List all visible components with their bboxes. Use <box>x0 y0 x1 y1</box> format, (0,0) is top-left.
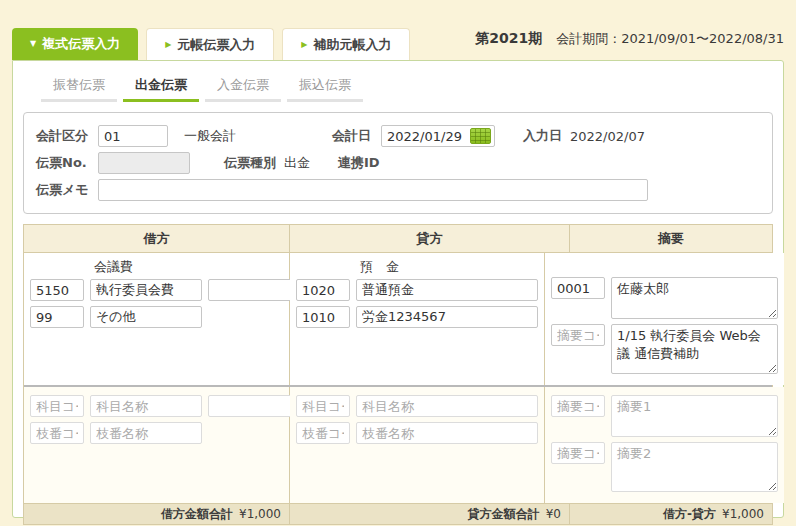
fiscal-period: 第2021期 <box>475 30 542 46</box>
main-tab-bar: ▼ 複式伝票入力 ▶ 元帳伝票入力 ▶ 補助元帳入力 <box>12 28 410 60</box>
difference-value: ¥1,000 <box>722 507 764 521</box>
form-row-account: 会計区分 一般会計 会計日 入力日 2022/02/07 <box>36 124 760 148</box>
credit-name-input[interactable] <box>356 395 538 417</box>
fiscal-period-info: 第2021期会計期間：2021/09/01〜2022/08/31 <box>475 30 784 60</box>
tab-fukushiki-denpyo-input[interactable]: ▼ 複式伝票入力 <box>12 28 138 60</box>
caret-down-icon: ▼ <box>30 40 36 48</box>
link-id-label: 連携ID <box>338 154 380 172</box>
summary-empty-row-2 <box>545 442 784 492</box>
tab-label: 補助元帳入力 <box>313 36 391 54</box>
calendar-icon[interactable] <box>470 128 491 144</box>
credit-name-input[interactable] <box>356 279 538 301</box>
account-division-input[interactable] <box>98 125 168 147</box>
debit-code-input[interactable] <box>30 395 84 417</box>
debit-branch-code-input[interactable] <box>30 306 84 328</box>
summary-text-area[interactable]: 佐藤太郎 <box>611 277 778 319</box>
credit-empty-row-2 <box>290 422 544 444</box>
voucher-no-label: 伝票No. <box>36 154 98 172</box>
entry-date-value: 2022/02/07 <box>570 129 645 144</box>
subtab-furikomi-denpyo[interactable]: 振込伝票 <box>287 73 363 102</box>
voucher-memo-input[interactable] <box>98 179 648 201</box>
debit-code-input[interactable] <box>30 279 84 301</box>
entry-group-empty <box>24 385 772 503</box>
voucher-memo-label: 伝票メモ <box>36 181 98 199</box>
debit-branch-code-input[interactable] <box>30 422 84 444</box>
voucher-type-tabs: 振替伝票 出金伝票 入金伝票 振込伝票 <box>23 61 773 102</box>
subtab-furikae-denpyo[interactable]: 振替伝票 <box>41 73 117 102</box>
summary-row-2: 1/15 執行委員会 Web会議 通信費補助 <box>545 324 784 374</box>
debit-empty-cell <box>24 387 290 503</box>
debit-branch-name-input[interactable] <box>90 422 202 444</box>
credit-group-label: 預 金 <box>360 258 544 276</box>
difference-total-cell: 借方-貸方¥1,000 <box>570 503 772 524</box>
difference-label: 借方-貸方 <box>663 507 716 521</box>
summary-column-header: 摘要 <box>570 225 772 253</box>
credit-code-input[interactable] <box>296 279 350 301</box>
summary-empty-cell <box>545 387 784 503</box>
form-row-voucher-no: 伝票No. 伝票種別 出金 連携ID <box>36 151 760 175</box>
credit-branch-code-input[interactable] <box>296 422 350 444</box>
credit-empty-row-1 <box>290 395 544 417</box>
caret-right-icon: ▶ <box>165 41 171 49</box>
entry-group-filled: 会議費 預 金 <box>24 253 772 385</box>
credit-row-1 <box>290 279 544 301</box>
debit-cell: 会議費 <box>24 253 290 385</box>
tab-hojo-gencho-input[interactable]: ▶ 補助元帳入力 <box>282 28 410 60</box>
accounting-date-label: 会計日 <box>332 127 371 145</box>
credit-branch-name-input[interactable] <box>356 306 538 328</box>
debit-empty-row-1 <box>24 395 289 417</box>
fiscal-range: 会計期間：2021/09/01〜2022/08/31 <box>556 31 784 46</box>
debit-empty-row-2 <box>24 422 289 444</box>
credit-branch-name-input[interactable] <box>356 422 538 444</box>
summary-text-area[interactable] <box>611 395 778 437</box>
summary-code-input[interactable] <box>551 395 605 417</box>
debit-total-value: ¥1,000 <box>239 507 281 521</box>
summary-row-1: 佐藤太郎 <box>545 277 784 319</box>
voucher-no-input <box>98 152 190 174</box>
top-bar: ▼ 複式伝票入力 ▶ 元帳伝票入力 ▶ 補助元帳入力 第2021期会計期間：20… <box>0 0 796 60</box>
summary-text-area[interactable]: 1/15 執行委員会 Web会議 通信費補助 <box>611 324 778 374</box>
subtab-nyukin-denpyo[interactable]: 入金伝票 <box>205 73 281 102</box>
summary-code-input[interactable] <box>551 442 605 464</box>
debit-group-label: 会議費 <box>94 258 289 276</box>
summary-empty-row-1 <box>545 395 784 437</box>
entry-table: 借方 貸方 摘要 会議費 預 金 <box>23 224 773 525</box>
credit-cell: 預 金 <box>290 253 545 385</box>
credit-column-header: 貸方 <box>290 225 570 253</box>
entry-table-footer: 借方金額合計¥1,000 貸方金額合計¥0 借方-貸方¥1,000 <box>24 503 772 524</box>
tab-label: 複式伝票入力 <box>42 35 120 53</box>
entry-table-header: 借方 貸方 摘要 <box>24 225 772 253</box>
summary-cell: 佐藤太郎 1/15 執行委員会 Web会議 通信費補助 <box>545 253 784 385</box>
main-panel: 振替伝票 出金伝票 入金伝票 振込伝票 会計区分 一般会計 会計日 入力日 20… <box>12 60 784 518</box>
debit-total-label: 借方金額合計 <box>161 507 233 521</box>
account-division-name: 一般会計 <box>184 127 236 145</box>
credit-code-input[interactable] <box>296 395 350 417</box>
accounting-date-field <box>381 125 495 147</box>
credit-row-2 <box>290 306 544 328</box>
account-division-label: 会計区分 <box>36 127 98 145</box>
debit-branch-name-input[interactable] <box>90 306 202 328</box>
summary-code-input[interactable] <box>551 277 605 299</box>
debit-row-1 <box>24 279 289 301</box>
tab-label: 元帳伝票入力 <box>177 36 255 54</box>
credit-empty-cell <box>290 387 545 503</box>
debit-name-input[interactable] <box>90 395 202 417</box>
credit-total-cell: 貸方金額合計¥0 <box>290 503 570 524</box>
debit-row-2 <box>24 306 289 328</box>
voucher-type-value: 出金 <box>284 154 310 172</box>
summary-text-area[interactable] <box>611 442 778 492</box>
credit-branch-code-input[interactable] <box>296 306 350 328</box>
debit-column-header: 借方 <box>24 225 290 253</box>
subtab-shukkin-denpyo[interactable]: 出金伝票 <box>123 73 199 102</box>
credit-total-label: 貸方金額合計 <box>468 507 540 521</box>
caret-right-icon: ▶ <box>301 41 307 49</box>
debit-total-cell: 借方金額合計¥1,000 <box>24 503 290 524</box>
voucher-type-label: 伝票種別 <box>224 154 276 172</box>
voucher-header-form: 会計区分 一般会計 会計日 入力日 2022/02/07 伝票No. 伝票種別 … <box>23 112 773 214</box>
debit-name-input[interactable] <box>90 279 202 301</box>
credit-total-value: ¥0 <box>546 507 561 521</box>
form-row-memo: 伝票メモ <box>36 178 760 202</box>
tab-gencho-denpyo-input[interactable]: ▶ 元帳伝票入力 <box>146 28 274 60</box>
summary-code-input[interactable] <box>551 324 605 346</box>
entry-date-label: 入力日 <box>523 127 562 145</box>
